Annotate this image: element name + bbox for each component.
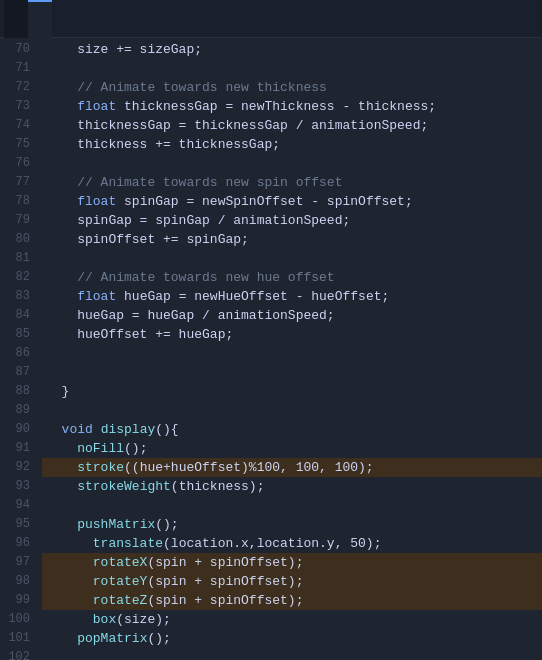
line-num: 79 — [0, 211, 34, 230]
code-line: spinOffset += spinGap; — [42, 230, 542, 249]
code-line — [42, 249, 542, 268]
code-line: box(size); — [42, 610, 542, 629]
code-line — [42, 401, 542, 420]
line-num: 95 — [0, 515, 34, 534]
line-num: 102 — [0, 648, 34, 660]
line-num: 100 — [0, 610, 34, 629]
tab-dropdown-arrow[interactable] — [52, 0, 72, 38]
code-line: popMatrix(); — [42, 629, 542, 648]
code-line: strokeWeight(thickness); — [42, 477, 542, 496]
line-num: 75 — [0, 135, 34, 154]
code-line: rotateX(spin + spinOffset); — [42, 553, 542, 572]
line-num: 87 — [0, 363, 34, 382]
line-num: 71 — [0, 59, 34, 78]
line-num: 101 — [0, 629, 34, 648]
line-num: 81 — [0, 249, 34, 268]
line-num: 78 — [0, 192, 34, 211]
line-num: 76 — [0, 154, 34, 173]
code-line: translate(location.x,location.y, 50); — [42, 534, 542, 553]
line-num: 85 — [0, 325, 34, 344]
code-line: float thicknessGap = newThickness - thic… — [42, 97, 542, 116]
line-num: 97 — [0, 553, 34, 572]
code-line: pushMatrix(); — [42, 515, 542, 534]
code-area: 7071727374757677787980818283848586878889… — [0, 38, 542, 660]
line-num: 88 — [0, 382, 34, 401]
line-num: 80 — [0, 230, 34, 249]
code-line: float spinGap = newSpinOffset - spinOffs… — [42, 192, 542, 211]
tab-cube[interactable] — [28, 0, 52, 38]
code-line: stroke((hue+hueOffset)%100, 100, 100); — [42, 458, 542, 477]
code-line: } — [42, 382, 542, 401]
code-line — [42, 363, 542, 382]
line-num: 82 — [0, 268, 34, 287]
line-num: 89 — [0, 401, 34, 420]
line-num: 96 — [0, 534, 34, 553]
line-num: 70 — [0, 40, 34, 59]
line-num: 83 — [0, 287, 34, 306]
code-line — [42, 648, 542, 660]
code-line: // Animate towards new thickness — [42, 78, 542, 97]
code-line — [42, 59, 542, 78]
line-num: 94 — [0, 496, 34, 515]
code-line — [42, 496, 542, 515]
code-line: rotateY(spin + spinOffset); — [42, 572, 542, 591]
code-line: spinGap = spinGap / animationSpeed; — [42, 211, 542, 230]
line-num: 86 — [0, 344, 34, 363]
tab-buttons-cubes[interactable] — [4, 0, 28, 38]
code-line: hueGap = hueGap / animationSpeed; — [42, 306, 542, 325]
line-num: 72 — [0, 78, 34, 97]
line-num: 99 — [0, 591, 34, 610]
code-line: // Animate towards new spin offset — [42, 173, 542, 192]
code-line: rotateZ(spin + spinOffset); — [42, 591, 542, 610]
code-line: void display(){ — [42, 420, 542, 439]
code-line: thickness += thicknessGap; — [42, 135, 542, 154]
line-num: 77 — [0, 173, 34, 192]
line-num: 91 — [0, 439, 34, 458]
line-num: 98 — [0, 572, 34, 591]
line-numbers: 7071727374757677787980818283848586878889… — [0, 38, 42, 660]
editor-container: 7071727374757677787980818283848586878889… — [0, 0, 542, 660]
code-line — [42, 344, 542, 363]
tab-bar — [0, 0, 542, 38]
code-line: hueOffset += hueGap; — [42, 325, 542, 344]
line-num: 93 — [0, 477, 34, 496]
code-line: size += sizeGap; — [42, 40, 542, 59]
code-line: float hueGap = newHueOffset - hueOffset; — [42, 287, 542, 306]
code-line — [42, 154, 542, 173]
line-num: 90 — [0, 420, 34, 439]
line-num: 84 — [0, 306, 34, 325]
code-line: thicknessGap = thicknessGap / animationS… — [42, 116, 542, 135]
line-num: 73 — [0, 97, 34, 116]
code-line: // Animate towards new hue offset — [42, 268, 542, 287]
line-num: 74 — [0, 116, 34, 135]
code-line: noFill(); — [42, 439, 542, 458]
code-lines: size += sizeGap; // Animate towards new … — [42, 38, 542, 660]
line-num: 92 — [0, 458, 34, 477]
